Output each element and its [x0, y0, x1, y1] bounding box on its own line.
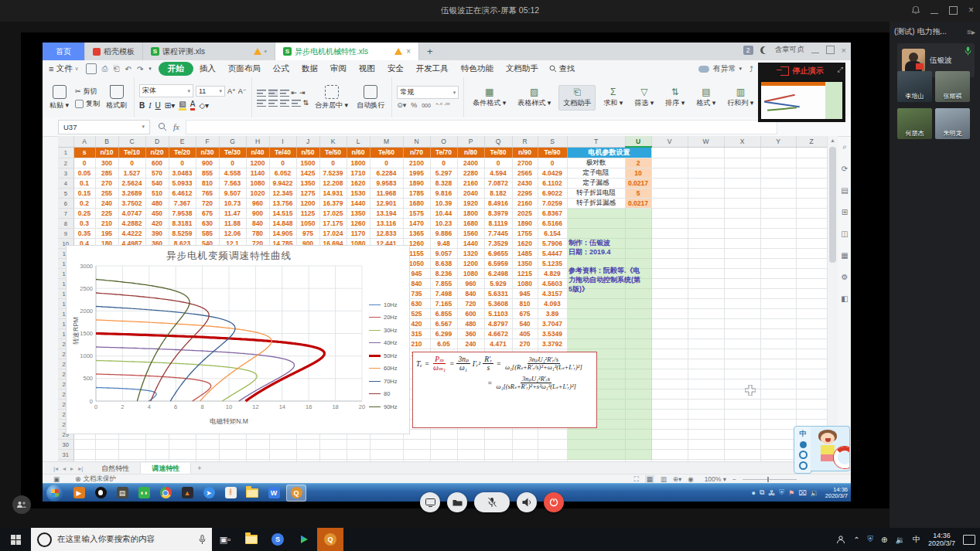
cell[interactable]: 1.527 [118, 168, 145, 179]
cell[interactable] [73, 440, 95, 450]
cell[interactable] [457, 430, 484, 440]
cell[interactable]: 4.5603 [538, 279, 567, 289]
cell[interactable] [538, 430, 567, 440]
cell[interactable]: 7.7445 [484, 229, 512, 239]
cell[interactable]: 6.9022 [538, 189, 567, 199]
cell[interactable]: 945 [512, 289, 538, 299]
tab-doc-kechengpingce[interactable]: S 课程评测.xls • [143, 43, 275, 60]
cell[interactable]: 12.901 [370, 199, 403, 209]
cell[interactable] [403, 440, 430, 450]
taskbar-app-player[interactable]: ▶ [70, 485, 88, 501]
clear-format-icon[interactable]: ◇▾ [199, 101, 209, 110]
cell[interactable] [724, 168, 760, 179]
cell[interactable]: 0.35 [73, 229, 95, 239]
cell[interactable] [796, 179, 827, 189]
cell[interactable] [567, 309, 625, 319]
cell[interactable]: 240 [95, 199, 118, 209]
cell[interactable]: 11.968 [370, 189, 403, 199]
cell[interactable]: 1350 [512, 259, 538, 269]
cell[interactable] [724, 410, 760, 420]
cell[interactable] [688, 289, 724, 299]
cell[interactable] [688, 229, 724, 239]
cell[interactable]: 6.1102 [538, 179, 567, 189]
cell[interactable] [567, 299, 625, 309]
cell[interactable]: 4.0429 [538, 168, 567, 179]
page-break-icon[interactable]: ⊕▾ [673, 475, 681, 483]
justify-icon[interactable] [292, 99, 301, 107]
cell[interactable]: 12.345 [269, 189, 296, 199]
cell[interactable]: 210 [95, 219, 118, 229]
cell[interactable] [760, 168, 796, 179]
tray-expand-icon[interactable]: ⌃ [853, 536, 859, 544]
cell[interactable]: 2040 [457, 189, 484, 199]
cell[interactable]: 12.06 [219, 229, 246, 239]
cell[interactable]: 转子折算漏感 [567, 199, 625, 209]
cell[interactable] [512, 440, 538, 450]
network-tray-icon[interactable]: ⊕ [881, 536, 887, 544]
cell[interactable] [724, 189, 760, 199]
cell[interactable] [567, 440, 625, 450]
cell[interactable]: 960 [457, 279, 484, 289]
cell[interactable]: 3.89 [538, 309, 567, 319]
cell[interactable]: n/40 [246, 147, 269, 158]
cell[interactable]: 3.7047 [538, 319, 567, 329]
formula-input[interactable] [186, 120, 777, 134]
update-badge[interactable]: 2 [743, 46, 753, 55]
cell[interactable]: 2025 [512, 209, 538, 219]
sidebar-tool-icon-5[interactable]: ▦ [841, 251, 848, 260]
cell[interactable]: 1530 [347, 189, 370, 199]
cell[interactable] [724, 199, 760, 209]
cell[interactable]: n/10 [95, 147, 118, 158]
grid-header-cell[interactable]: E [169, 136, 196, 147]
cell[interactable]: 6.5166 [538, 219, 567, 229]
cell[interactable] [724, 269, 760, 279]
cell[interactable] [370, 440, 403, 450]
cell[interactable]: 6.05 [430, 339, 457, 349]
cell[interactable] [169, 440, 196, 450]
cell[interactable] [484, 450, 512, 460]
menu-tab-0[interactable]: 开始 [159, 62, 193, 76]
cell[interactable]: 4.3157 [538, 289, 567, 299]
cell[interactable]: 10.39 [430, 199, 457, 209]
cell[interactable] [567, 219, 625, 229]
cell[interactable] [296, 450, 319, 460]
cell[interactable]: 8.5259 [169, 229, 196, 239]
cell[interactable]: 1890 [403, 179, 430, 189]
cell[interactable] [796, 199, 827, 209]
cell[interactable] [724, 309, 760, 319]
cell[interactable] [651, 229, 688, 239]
cell[interactable] [651, 279, 688, 289]
grid-header-cell[interactable]: Q [484, 136, 512, 147]
cell[interactable] [246, 450, 269, 460]
cell[interactable]: 540 [512, 319, 538, 329]
cell[interactable] [688, 239, 724, 249]
cell[interactable] [651, 158, 688, 168]
cell[interactable]: 255 [95, 189, 118, 199]
cell[interactable]: 0.0217 [625, 199, 651, 209]
cell[interactable]: 7.0872 [484, 179, 512, 189]
cell[interactable] [796, 410, 827, 420]
scrollbar-thumb[interactable] [829, 147, 836, 263]
cell[interactable]: 1080 [457, 269, 484, 279]
microphone-muted-button[interactable] [474, 492, 510, 512]
cell[interactable] [724, 329, 760, 339]
grid-header-cell[interactable]: S [538, 136, 567, 147]
cell[interactable]: 285 [95, 168, 118, 179]
participant-thumb-3[interactable]: 朱明龙 [935, 108, 970, 139]
cell[interactable] [796, 168, 827, 179]
paste-button[interactable]: 粘贴 ▾ [47, 85, 71, 111]
cell[interactable] [724, 259, 760, 269]
cell[interactable]: 960 [246, 199, 269, 209]
cell[interactable]: 9.057 [430, 249, 457, 259]
cell[interactable]: 0 [538, 158, 567, 168]
cell[interactable]: 975 [296, 229, 319, 239]
cell[interactable] [760, 279, 796, 289]
cell[interactable] [196, 450, 219, 460]
cell[interactable]: 2400 [457, 158, 484, 168]
grid-header-cell[interactable]: R [512, 136, 538, 147]
cell[interactable] [688, 359, 724, 369]
cell[interactable] [196, 440, 219, 450]
cell[interactable]: 270 [512, 339, 538, 349]
cell[interactable]: 0 [370, 158, 403, 168]
cell[interactable] [760, 349, 796, 359]
